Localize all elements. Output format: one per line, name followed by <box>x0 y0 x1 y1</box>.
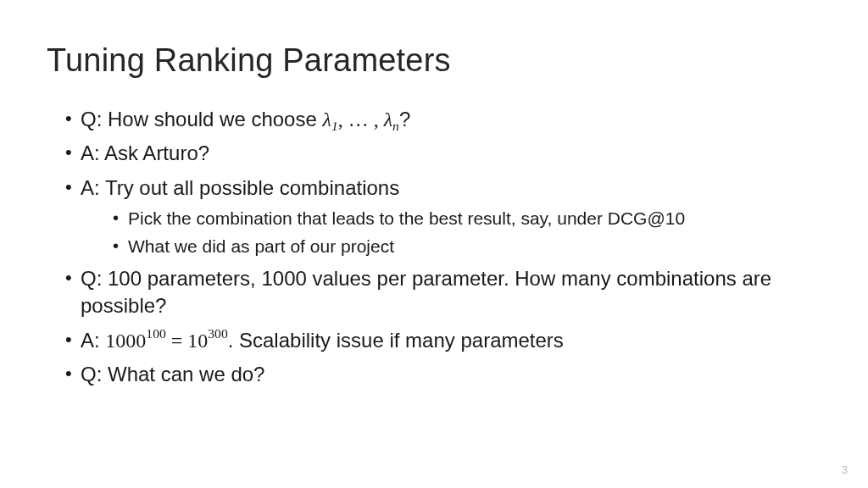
bullet-q-howmany: Q: 100 parameters, 1000 values per param… <box>65 265 821 320</box>
math-base: 10 <box>187 330 208 352</box>
slide: Tuning Ranking Parameters Q: How should … <box>0 0 868 488</box>
sub-bullet-dcg: Pick the combination that leads to the b… <box>113 207 821 230</box>
bullet-text-pre: A: <box>81 329 105 352</box>
math-lambda1: λ1 <box>322 108 337 130</box>
bullet-a-scalability: A: 1000100 = 10300. Scalability issue if… <box>65 327 821 354</box>
bullet-text: Q: How should we choose <box>81 108 322 130</box>
lambda-sub: 1 <box>331 119 338 133</box>
bullet-q-whatdo: Q: What can we do? <box>65 361 821 388</box>
bullet-list: Q: How should we choose λ1, … , λn? A: A… <box>47 106 821 388</box>
bullet-a-tryall: A: Try out all possible combinations Pic… <box>65 175 821 258</box>
bullet-text-post: . Scalability issue if many parameters <box>228 329 564 352</box>
sub-bullet-project: What we did as part of our project <box>113 235 821 258</box>
lambda-base: λ <box>384 108 392 130</box>
lambda-base: λ <box>322 108 331 130</box>
bullet-text-post: ? <box>399 108 410 130</box>
math-lambdan: λn <box>384 108 399 130</box>
page-number: 3 <box>842 463 848 476</box>
bullet-a-arturo: A: Ask Arturo? <box>65 140 821 167</box>
math-eq: = <box>166 330 188 352</box>
slide-title: Tuning Ranking Parameters <box>47 42 821 79</box>
math-exp: 300 <box>208 326 227 341</box>
math-exp: 100 <box>146 326 165 341</box>
math-sep: , … , <box>338 108 384 130</box>
bullet-q-choose: Q: How should we choose λ1, … , λn? <box>65 106 821 133</box>
bullet-text: A: Try out all possible combinations <box>81 176 399 199</box>
math-expr-1: 1000100 <box>105 330 165 352</box>
math-expr-2: 10300 <box>187 330 227 352</box>
sub-bullet-list: Pick the combination that leads to the b… <box>81 207 821 258</box>
lambda-sub: n <box>392 119 399 133</box>
math-base: 1000 <box>105 330 146 352</box>
